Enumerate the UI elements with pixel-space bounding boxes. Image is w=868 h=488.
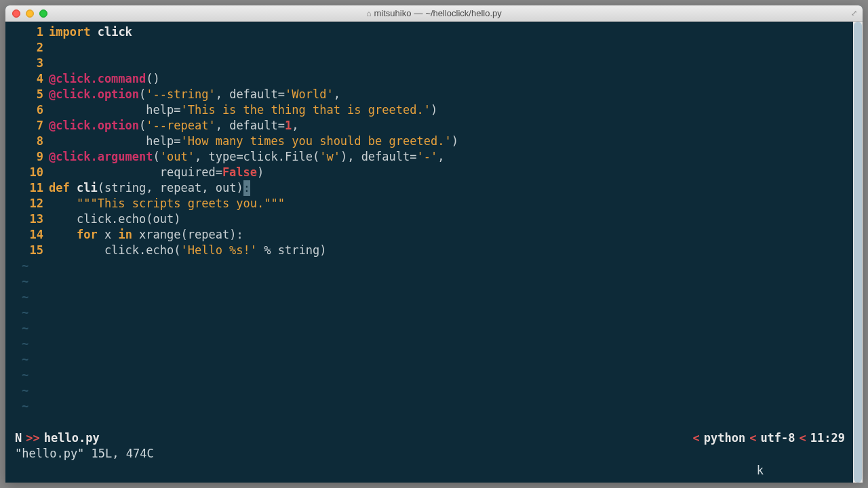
close-button[interactable] <box>12 9 20 18</box>
token-str: 'w' <box>319 150 340 163</box>
token-str: '-' <box>417 150 438 163</box>
token-punc: (string, repeat, out) <box>98 181 243 195</box>
token-deco: @click.argument <box>49 150 153 163</box>
code-line[interactable]: 1import click <box>5 24 852 40</box>
code-content[interactable]: help='How many times you should be greet… <box>49 134 852 149</box>
empty-line-tilde: ~ <box>5 321 852 336</box>
terminal-body[interactable]: 1import click234@click.command()5@click.… <box>5 22 863 483</box>
token-kw: import <box>49 25 90 39</box>
editor-area[interactable]: 1import click234@click.command()5@click.… <box>5 22 852 430</box>
chevron-left-icon: < <box>688 430 703 446</box>
title-path: ~/helloclick/hello.py <box>425 8 501 18</box>
code-content[interactable]: def cli(string, repeat, out): <box>49 180 852 196</box>
code-content[interactable]: click.echo(out) <box>49 211 852 227</box>
token-punc <box>49 228 77 241</box>
token-punc: % string) <box>257 243 326 257</box>
token-id: click <box>98 25 132 39</box>
code-line[interactable]: 2 <box>5 40 852 56</box>
code-content[interactable]: required=False) <box>49 165 852 180</box>
token-punc: , <box>334 87 340 101</box>
line-number: 4 <box>5 71 49 87</box>
token-punc: ) <box>431 103 437 117</box>
zoom-button[interactable] <box>39 9 47 18</box>
token-punc: x <box>98 228 119 241</box>
line-number: 1 <box>5 24 49 40</box>
line-number: 3 <box>5 56 49 71</box>
code-content[interactable]: help='This is the thing that is greeted.… <box>49 102 852 118</box>
code-line[interactable]: 11def cli(string, repeat, out): <box>5 180 852 196</box>
title-user: mitsuhiko <box>374 8 411 18</box>
code-content[interactable] <box>49 40 852 56</box>
titlebar[interactable]: ⌂ mitsuhiko — ~/helloclick/hello.py ⤢ <box>5 5 863 22</box>
code-line[interactable]: 8 help='How many times you should be gre… <box>5 134 852 149</box>
code-line[interactable]: 12 """This scripts greets you.""" <box>5 196 852 211</box>
line-number: 14 <box>5 227 49 243</box>
code-content[interactable]: """This scripts greets you.""" <box>49 196 852 211</box>
code-line[interactable]: 15 click.echo('Hello %s!' % string) <box>5 243 852 258</box>
code-line[interactable]: 14 for x in xrange(repeat): <box>5 227 852 243</box>
scrollbar-track[interactable] <box>853 22 863 483</box>
title-sep: — <box>414 8 422 18</box>
token-punc: required= <box>49 165 222 179</box>
line-number: 13 <box>5 211 49 227</box>
line-number: 15 <box>5 243 49 258</box>
token-str: 'World' <box>285 87 334 101</box>
line-number: 9 <box>5 149 49 165</box>
token-punc <box>70 181 77 195</box>
code-content[interactable]: for x in xrange(repeat): <box>49 227 852 243</box>
code-line[interactable]: 4@click.command() <box>5 71 852 87</box>
token-punc: help= <box>49 103 180 117</box>
token-punc: help= <box>49 134 180 148</box>
token-cursor: : <box>243 180 250 196</box>
chevron-left-icon: < <box>745 430 760 446</box>
line-number: 8 <box>5 134 49 149</box>
token-punc: ( <box>153 150 160 163</box>
vim-statusline: N >> hello.py < python < utf-8 < 11:29 <box>5 430 852 446</box>
minimize-button[interactable] <box>26 9 34 18</box>
token-str: 'How many times you should be greeted.' <box>180 134 451 148</box>
code-line[interactable]: 13 click.echo(out) <box>5 211 852 227</box>
code-content[interactable] <box>49 56 852 71</box>
code-line[interactable]: 9@click.argument('out', type=click.File(… <box>5 149 852 165</box>
traffic-lights <box>5 9 47 18</box>
vim-showcmd: k <box>5 463 852 483</box>
token-punc: ( <box>139 119 146 132</box>
status-encoding: utf-8 <box>760 430 795 446</box>
code-content[interactable]: @click.option('--string', default='World… <box>49 87 852 102</box>
code-content[interactable]: import click <box>49 24 852 40</box>
status-position: 11:29 <box>810 430 845 446</box>
code-line[interactable]: 5@click.option('--string', default='Worl… <box>5 87 852 102</box>
vim-message-line: "hello.py" 15L, 474C <box>5 446 852 463</box>
line-number: 5 <box>5 87 49 102</box>
token-punc: , <box>292 119 298 132</box>
maximize-icon[interactable]: ⤢ <box>851 9 857 18</box>
code-line[interactable]: 10 required=False) <box>5 165 852 180</box>
code-line[interactable]: 3 <box>5 56 852 71</box>
scrollbar-thumb[interactable] <box>854 22 862 483</box>
empty-line-tilde: ~ <box>5 399 852 414</box>
vim-mode: N <box>15 430 22 446</box>
code-content[interactable]: @click.argument('out', type=click.File('… <box>49 149 852 165</box>
code-line[interactable]: 6 help='This is the thing that is greete… <box>5 102 852 118</box>
line-number: 2 <box>5 40 49 56</box>
home-icon: ⌂ <box>366 9 371 18</box>
empty-line-tilde: ~ <box>5 258 852 274</box>
empty-line-tilde: ~ <box>5 352 852 367</box>
token-fn: cli <box>77 181 98 195</box>
empty-line-tilde: ~ <box>5 336 852 352</box>
token-deco: @click.command <box>49 72 146 85</box>
token-punc: ) <box>452 134 458 148</box>
line-number: 12 <box>5 196 49 211</box>
code-content[interactable]: @click.command() <box>49 71 852 87</box>
token-punc: click.echo(out) <box>49 212 180 226</box>
token-punc: xrange(repeat): <box>132 228 243 241</box>
code-content[interactable]: click.echo('Hello %s!' % string) <box>49 243 852 258</box>
status-filetype: python <box>704 430 745 446</box>
line-number: 6 <box>5 102 49 118</box>
token-punc: , type=click.File( <box>195 150 319 163</box>
empty-line-tilde: ~ <box>5 305 852 321</box>
code-content[interactable]: @click.option('--repeat', default=1, <box>49 118 852 134</box>
line-number: 7 <box>5 118 49 134</box>
token-str: '--repeat' <box>146 119 215 132</box>
code-line[interactable]: 7@click.option('--repeat', default=1, <box>5 118 852 134</box>
